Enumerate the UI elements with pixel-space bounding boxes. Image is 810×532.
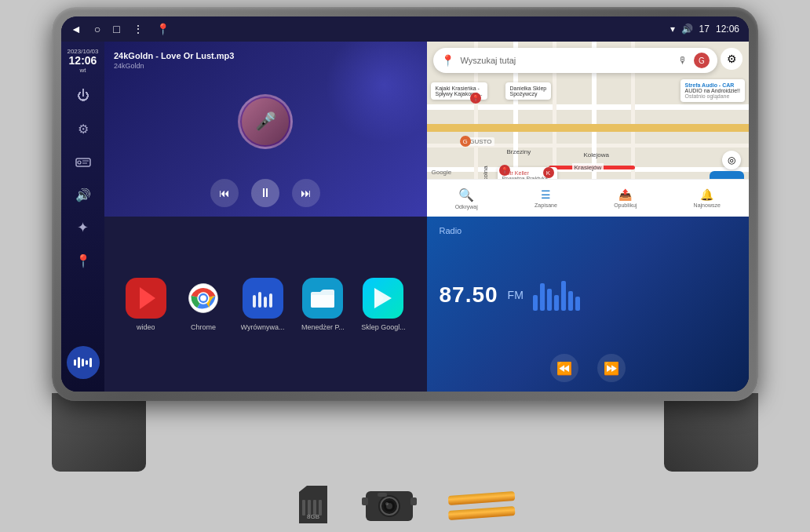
bracket-spacer xyxy=(146,393,664,472)
radio-frequency-row: 87.50 FM xyxy=(440,279,737,311)
wideo-icon xyxy=(126,278,166,319)
odkrywaj-icon: 🔍 xyxy=(458,188,474,202)
status-bar: ◄ ○ □ ⋮ 📍 ▾ 🔊 17 12:06 xyxy=(61,16,749,42)
sidebar-settings-button[interactable]: ⚙ xyxy=(69,115,97,143)
left-sidebar: 2023/10/03 12:06 wt ⏻ ⚙ xyxy=(61,42,104,392)
svg-text:8GB: 8GB xyxy=(306,513,319,520)
map-pin-krasiejow: K xyxy=(543,167,554,178)
map-tab-opublikuj[interactable]: 📤 Opublikuj xyxy=(614,188,637,208)
wideo-label: wideo xyxy=(137,323,155,331)
svg-rect-28 xyxy=(378,493,387,497)
map-mic-icon[interactable]: 🎙 xyxy=(678,55,688,66)
najnowsze-icon: 🔔 xyxy=(700,188,713,201)
map-search-bar[interactable]: 📍 Wyszukaj tutaj 🎙 G xyxy=(433,48,718,73)
left-mounting-bracket xyxy=(52,393,146,472)
music-center: 🎤 xyxy=(114,70,418,173)
radio-band: FM xyxy=(508,289,524,301)
app-play-store[interactable]: Sklep Googl... xyxy=(361,278,406,331)
radio-frequency: 87.50 xyxy=(440,282,498,308)
day-display: wt xyxy=(67,67,98,74)
sidebar-volume-button[interactable]: 🔊 xyxy=(69,180,97,209)
car-unit: ◄ ○ □ ⋮ 📍 ▾ 🔊 17 12:06 xyxy=(20,7,790,525)
album-art-inner: 🎤 xyxy=(242,98,289,145)
clock: 12:06 xyxy=(716,24,739,35)
radio-bar-4 xyxy=(554,295,559,311)
chrome-label: Chrome xyxy=(191,323,216,331)
sidebar-power-button[interactable]: ⏻ xyxy=(69,82,97,110)
map-tab-zapisane[interactable]: ☰ Zapisane xyxy=(535,188,557,208)
svg-point-27 xyxy=(385,502,389,505)
folder-icon xyxy=(302,278,343,319)
app-file-manager[interactable]: Menedżer P... xyxy=(301,278,345,331)
map-tab-odkrywaj[interactable]: 🔍 Odkrywaj xyxy=(455,188,478,210)
app-wideo[interactable]: wideo xyxy=(126,278,166,331)
odkrywaj-label: Odkrywaj xyxy=(455,204,478,210)
map-settings-button[interactable]: ⚙ xyxy=(721,48,742,70)
back-button[interactable]: ◄ xyxy=(71,23,82,35)
recent-button[interactable]: □ xyxy=(113,23,119,35)
sidebar-bluetooth-button[interactable]: ✦ xyxy=(69,213,97,242)
opublikuj-label: Opublikuj xyxy=(614,202,637,208)
app-chrome[interactable]: Chrome xyxy=(183,278,224,331)
music-controls: ⏮ ⏸ ⏭ xyxy=(114,179,418,207)
chrome-icon xyxy=(188,282,219,314)
trim-pieces xyxy=(448,494,515,516)
time-display: 12:06 xyxy=(67,55,98,67)
map-profile-icon[interactable]: G xyxy=(694,53,710,68)
radio-bar-3 xyxy=(547,289,552,311)
map-pin-piotr: 📍 xyxy=(499,165,510,176)
radio-title: Radio xyxy=(440,226,737,235)
svg-rect-15 xyxy=(302,500,305,516)
svg-rect-11 xyxy=(269,293,272,308)
main-content: 2023/10/03 12:06 wt ⏻ ⚙ xyxy=(61,42,749,392)
trim-piece-accessory xyxy=(448,494,515,516)
map-panel: Kajaki Krasieńka - Spływy Kajakowe... Da… xyxy=(427,42,750,217)
maps-logo-icon: 📍 xyxy=(441,54,454,67)
right-content-grid: 24kGoldn - Love Or Lust.mp3 24kGoldn 🎤 ⏮ xyxy=(104,42,749,392)
map-search-input[interactable]: Wyszukaj tutaj xyxy=(461,56,673,65)
camera-icon xyxy=(362,485,417,524)
svg-rect-22 xyxy=(410,497,417,505)
next-track-button[interactable]: ⏭ xyxy=(292,179,320,207)
eq-icon xyxy=(243,278,283,319)
svg-rect-10 xyxy=(264,297,267,308)
prev-track-button[interactable]: ⏮ xyxy=(210,179,239,207)
date-display: 2023/10/03 xyxy=(67,48,98,55)
battery-level: 17 xyxy=(699,24,710,35)
map-label-kolejowa: Kolejowa xyxy=(584,151,609,159)
play-pause-button[interactable]: ⏸ xyxy=(251,179,279,207)
radio-controls: ⏪ ⏩ xyxy=(440,354,737,382)
svg-rect-12 xyxy=(311,295,334,308)
sidebar-radio-button[interactable] xyxy=(69,148,97,176)
opublikuj-icon: 📤 xyxy=(618,188,632,201)
mounting-brackets-row xyxy=(52,393,758,472)
map-label-strefa: Strefa Audio - CAR AUDIO na Androidzie!!… xyxy=(680,79,745,102)
wyrownywarka-label: Wyrównywa... xyxy=(241,323,285,331)
svg-rect-21 xyxy=(362,497,368,505)
trim-piece-top xyxy=(447,491,515,505)
menu-button[interactable]: ⋮ xyxy=(133,23,144,35)
svg-point-1 xyxy=(78,161,81,164)
maps-icon[interactable]: 📍 xyxy=(156,23,170,35)
svg-point-7 xyxy=(200,295,206,301)
map-compass-button[interactable]: ◎ xyxy=(722,151,741,169)
status-icons: ▾ 🔊 17 12:06 xyxy=(670,24,739,35)
sidebar-location-button[interactable]: 📍 xyxy=(69,246,97,275)
android-screen: ◄ ○ □ ⋮ 📍 ▾ 🔊 17 12:06 xyxy=(61,16,749,392)
radio-next-button[interactable]: ⏩ xyxy=(597,354,626,382)
map-tab-najnowsze[interactable]: 🔔 Najnowsze xyxy=(694,188,721,208)
music-title: 24kGoldn - Love Or Lust.mp3 xyxy=(114,51,418,60)
apps-panel: wideo xyxy=(104,217,427,392)
trim-piece-bottom xyxy=(447,506,515,520)
app-wyrownywarka[interactable]: Wyrównywa... xyxy=(241,278,285,331)
radio-bar-6 xyxy=(568,291,573,311)
radio-prev-button[interactable]: ⏪ xyxy=(550,354,578,382)
music-artist: 24kGoldn xyxy=(114,62,418,70)
wifi-icon: ▾ xyxy=(670,24,675,35)
album-art: 🎤 xyxy=(238,94,293,149)
accessories-row: 8GB xyxy=(296,484,515,525)
radio-visualizer xyxy=(533,279,580,311)
home-button[interactable]: ○ xyxy=(94,23,100,35)
audio-visualizer-button[interactable] xyxy=(67,346,100,379)
radio-bar-2 xyxy=(540,283,545,311)
